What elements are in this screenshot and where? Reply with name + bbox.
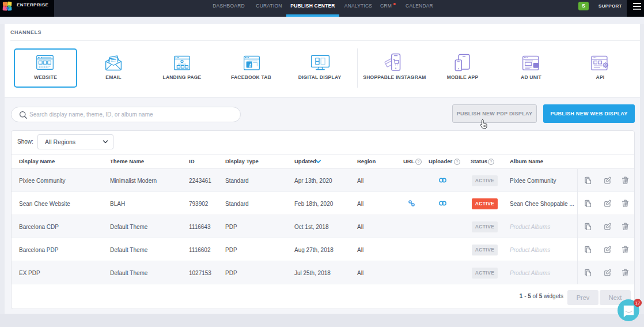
svg-text:?: ?	[418, 160, 420, 164]
svg-text:?: ?	[456, 160, 459, 164]
svg-text:?: ?	[490, 160, 493, 164]
svg-text:Ad: Ad	[534, 63, 539, 67]
